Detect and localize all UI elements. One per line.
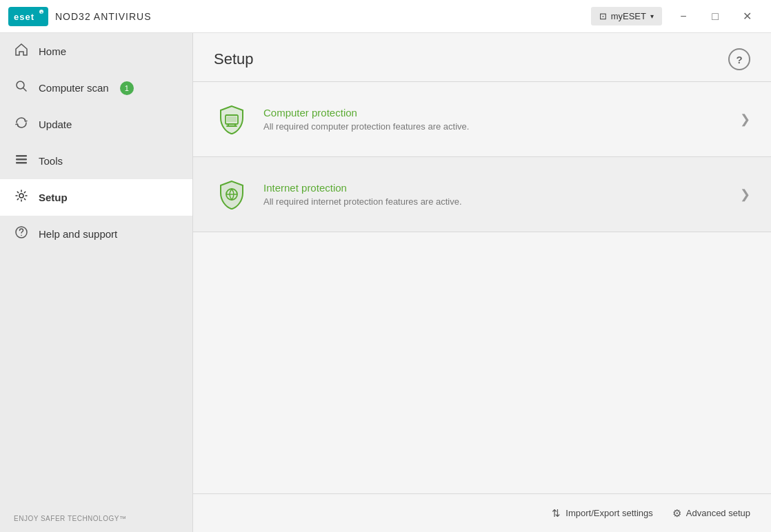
- internet-protection-subtitle: All required internet protection feature…: [263, 196, 733, 207]
- advanced-setup-link[interactable]: ⚙ Advanced setup: [672, 507, 750, 520]
- svg-rect-7: [16, 162, 27, 164]
- advanced-setup-label: Advanced setup: [686, 508, 750, 518]
- scan-badge: 1: [120, 81, 134, 95]
- myeset-label: myESET: [611, 11, 646, 21]
- sidebar-item-help[interactable]: Help and support: [0, 216, 192, 252]
- svg-rect-12: [227, 116, 237, 122]
- update-icon: [14, 116, 29, 133]
- page-title: Setup: [214, 50, 254, 68]
- myeset-icon: ⊡: [599, 11, 607, 21]
- svg-point-4: [17, 81, 24, 89]
- titlebar-right: ⊡ myESET ▾ − □ ✕: [591, 6, 763, 28]
- sidebar-item-setup[interactable]: Setup: [0, 179, 192, 216]
- svg-rect-5: [16, 155, 27, 157]
- close-button[interactable]: ✕: [731, 6, 763, 28]
- internet-protection-text: Internet protection All required interne…: [263, 182, 733, 207]
- advanced-setup-icon: ⚙: [672, 507, 681, 520]
- maximize-button[interactable]: □: [699, 6, 731, 28]
- computer-protection-text: Computer protection All required compute…: [263, 107, 733, 132]
- import-export-link[interactable]: ⇅ Import/Export settings: [552, 507, 652, 520]
- eset-logo: eset ®: [8, 7, 48, 26]
- help-button[interactable]: ?: [728, 48, 750, 70]
- internet-shield-icon: [214, 176, 250, 212]
- computer-shield-icon: [214, 101, 250, 137]
- svg-point-8: [19, 194, 23, 198]
- computer-protection-card[interactable]: Computer protection All required compute…: [193, 82, 771, 157]
- import-export-label: Import/Export settings: [565, 508, 652, 518]
- app-logo-area: eset ® NOD32 ANTIVIRUS: [8, 7, 591, 26]
- computer-protection-arrow-icon: ❯: [740, 112, 750, 127]
- titlebar: eset ® NOD32 ANTIVIRUS ⊡ myESET ▾ − □ ✕: [0, 0, 771, 33]
- svg-text:eset: eset: [14, 12, 34, 22]
- sidebar-item-home-label: Home: [39, 45, 66, 57]
- sidebar-item-update[interactable]: Update: [0, 106, 192, 143]
- sidebar-item-help-label: Help and support: [39, 228, 117, 240]
- sidebar-item-home[interactable]: Home: [0, 33, 192, 70]
- bottom-bar: ⇅ Import/Export settings ⚙ Advanced setu…: [193, 493, 771, 532]
- svg-rect-6: [16, 158, 27, 161]
- sidebar-item-setup-label: Setup: [39, 192, 68, 203]
- main-container: Home Computer scan 1 Update: [0, 33, 771, 532]
- minimize-button[interactable]: −: [668, 6, 699, 28]
- internet-protection-card[interactable]: Internet protection All required interne…: [193, 157, 771, 232]
- help-icon: [14, 225, 29, 243]
- sidebar-footer: ENJOY SAFER TECHNOLOGY™: [0, 505, 192, 532]
- content-area: Setup ? Computer protection All required…: [193, 33, 771, 532]
- computer-protection-title: Computer protection: [263, 107, 733, 119]
- import-export-icon: ⇅: [552, 507, 561, 520]
- sidebar-item-tools[interactable]: Tools: [0, 143, 192, 179]
- window-controls: − □ ✕: [668, 6, 763, 28]
- internet-protection-arrow-icon: ❯: [740, 187, 750, 202]
- home-icon: [14, 43, 29, 60]
- setup-icon: [14, 189, 29, 206]
- content-header: Setup ?: [193, 33, 771, 81]
- sidebar: Home Computer scan 1 Update: [0, 33, 193, 532]
- footer-text: ENJOY SAFER TECHNOLOGY™: [14, 515, 126, 522]
- myeset-button[interactable]: ⊡ myESET ▾: [591, 7, 662, 25]
- computer-protection-subtitle: All required computer protection feature…: [263, 121, 733, 132]
- sidebar-item-computer-scan[interactable]: Computer scan 1: [0, 70, 192, 106]
- app-title: NOD32 ANTIVIRUS: [55, 11, 151, 22]
- sidebar-item-update-label: Update: [39, 119, 72, 130]
- search-icon: [14, 79, 29, 96]
- svg-point-10: [21, 235, 22, 236]
- tools-icon: [14, 152, 29, 170]
- internet-protection-title: Internet protection: [263, 182, 733, 194]
- sidebar-item-scan-label: Computer scan: [39, 82, 109, 94]
- myeset-chevron-icon: ▾: [650, 12, 654, 20]
- sidebar-item-tools-label: Tools: [39, 155, 63, 167]
- svg-text:®: ®: [41, 10, 43, 14]
